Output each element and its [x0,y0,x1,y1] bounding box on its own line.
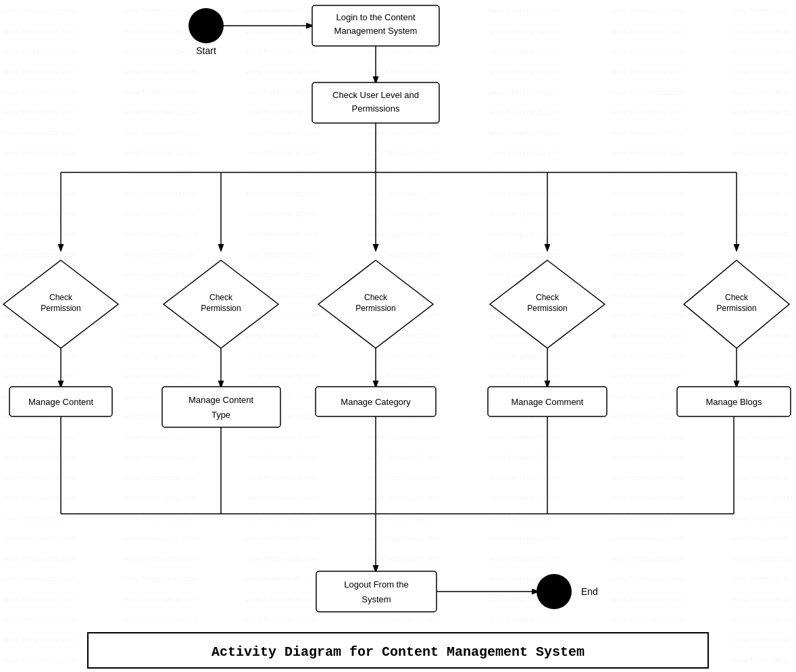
diamond-3-text-1: Check [364,293,388,302]
diamond-4-text-2: Permission [527,304,567,313]
logout-text-1: Logout From the [344,579,408,590]
diamond-5-text-2: Permission [716,304,756,313]
end-node [537,574,572,609]
login-text-1: Login to the Content [336,12,415,22]
manage-content-text: Manage Content [28,397,94,407]
login-text-2: Management System [334,26,418,36]
diamond-1-text-2: Permission [41,304,80,313]
diamond-2-text-2: Permission [201,304,241,313]
start-node [189,8,224,43]
manage-content-type-text-1: Manage Content [189,395,254,405]
manage-category-text: Manage Category [341,397,411,407]
diamond-1-text-1: Check [49,293,73,302]
start-label: Start [196,45,216,56]
end-label: End [581,586,598,597]
check-user-text-1: Check User Level and [332,90,419,100]
diagram-container: Start Login to the Content Management Sy… [0,0,796,672]
check-user-level-box [312,82,439,123]
diamond-5-text-1: Check [725,293,749,302]
check-user-text-2: Permissions [352,103,400,114]
logout-box [316,571,437,612]
title-text: Activity Diagram for Content Management … [212,644,584,660]
manage-content-type-text-2: Type [212,410,230,420]
manage-content-type-box [162,387,280,427]
diamond-3-text-2: Permission [355,304,395,313]
diamond-2-text-1: Check [209,293,233,302]
manage-comment-text: Manage Comment [512,397,584,407]
diamond-4-text-1: Check [536,293,559,302]
manage-blogs-text: Manage Blogs [705,397,762,407]
logout-text-2: System [362,594,391,604]
